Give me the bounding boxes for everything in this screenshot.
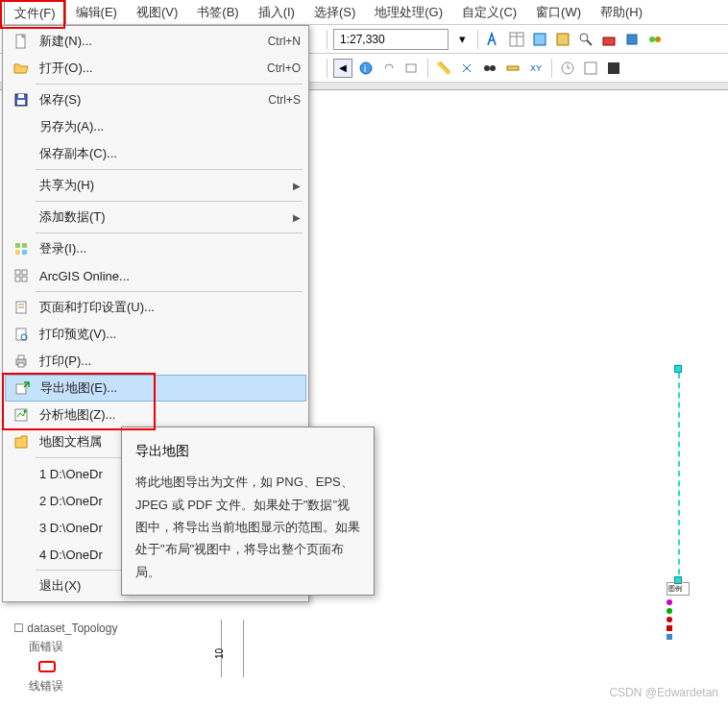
symbol-area-error [38, 661, 56, 672]
measure-icon[interactable]: 📏 [434, 59, 453, 78]
menu-shortcut: Ctrl+O [267, 61, 301, 75]
submenu-arrow-icon: ▶ [293, 212, 301, 223]
dropdown-icon[interactable]: ▾ [452, 30, 472, 49]
svg-rect-27 [22, 243, 27, 248]
submenu-arrow-icon: ▶ [293, 181, 301, 191]
menu-item-17[interactable]: 导出地图(E)... [5, 375, 306, 402]
handle-top[interactable] [674, 365, 682, 373]
menu-edit[interactable]: 编辑(E) [66, 0, 127, 24]
toc-layer[interactable]: ☐ dataset_Topology [10, 620, 117, 637]
menu-label: ArcGIS Online... [39, 269, 301, 283]
menu-item-12[interactable]: ArcGIS Online... [5, 262, 306, 289]
menu-item-14[interactable]: 页面和打印设置(U)... [5, 294, 306, 321]
svg-rect-3 [534, 34, 546, 45]
print-preview-icon [9, 324, 34, 345]
login-icon [9, 238, 34, 259]
menu-item-15[interactable]: 打印预览(V)... [5, 321, 306, 348]
python-icon[interactable] [622, 30, 642, 49]
binoculars-icon[interactable] [480, 59, 499, 78]
svg-rect-41 [18, 363, 24, 367]
window-icon[interactable] [581, 59, 600, 78]
catalog-icon[interactable] [553, 30, 572, 49]
toc-item-1[interactable]: 面错误 [10, 637, 117, 657]
menu-item-4[interactable]: 另存为(A)... [5, 113, 306, 140]
blank-icon [9, 490, 34, 511]
svg-rect-7 [603, 37, 615, 45]
find-icon[interactable] [457, 59, 476, 78]
pointer-icon[interactable]: ◄ [333, 59, 352, 78]
menu-separator [36, 201, 303, 202]
blank-icon [9, 175, 34, 196]
svg-point-15 [490, 65, 496, 71]
menu-label: 打印(P)... [39, 353, 301, 370]
print-icon [9, 351, 34, 372]
popup-icon[interactable] [402, 59, 422, 78]
blank-icon [9, 517, 34, 538]
menu-bookmark[interactable]: 书签(B) [187, 0, 248, 24]
menu-select[interactable]: 选择(S) [304, 0, 365, 24]
svg-point-14 [484, 65, 490, 71]
analyze-icon [9, 404, 34, 426]
menu-separator [36, 169, 303, 170]
menu-customize[interactable]: 自定义(C) [452, 0, 526, 24]
toc-item-2[interactable]: 线错误 [10, 676, 117, 696]
menu-separator [36, 291, 303, 292]
svg-point-5 [580, 34, 588, 41]
scale-input[interactable] [333, 29, 449, 50]
page-setup-icon [9, 297, 34, 318]
menu-window[interactable]: 窗口(W) [526, 0, 591, 24]
blank-icon [9, 575, 34, 597]
menu-help[interactable]: 帮助(H) [591, 0, 652, 24]
model-icon[interactable] [645, 30, 665, 49]
goto-xy-icon[interactable]: XY [526, 59, 546, 78]
menu-view[interactable]: 视图(V) [127, 0, 187, 24]
measure2-icon[interactable] [503, 59, 522, 78]
svg-rect-4 [557, 34, 569, 45]
menu-item-0[interactable]: 新建(N)...Ctrl+N [5, 28, 306, 55]
menu-item-1[interactable]: 打开(O)...Ctrl+O [5, 55, 306, 82]
menu-item-5[interactable]: 保存副本(C)... [5, 140, 306, 167]
time-icon[interactable] [558, 59, 577, 78]
menu-item-9[interactable]: 添加数据(T)▶ [5, 204, 306, 231]
menu-label: 导出地图(E)... [40, 379, 300, 397]
menu-label: 打开(O)... [39, 60, 267, 77]
menu-insert[interactable]: 插入(I) [249, 0, 304, 24]
menu-item-16[interactable]: 打印(P)... [5, 348, 306, 375]
blank-icon [9, 544, 34, 565]
menu-item-3[interactable]: 保存(S)Ctrl+S [5, 86, 306, 113]
svg-rect-16 [507, 66, 519, 70]
link-icon[interactable] [379, 59, 399, 78]
document-icon [9, 31, 34, 52]
menu-shortcut: Ctrl+S [268, 93, 301, 107]
viewer-icon[interactable] [604, 59, 623, 78]
menu-label: 登录(I)... [39, 240, 301, 257]
blank-icon [9, 143, 34, 164]
svg-rect-20 [585, 62, 596, 74]
table-icon[interactable] [507, 30, 526, 49]
search-icon[interactable] [576, 30, 595, 49]
svg-rect-13 [406, 64, 416, 72]
menu-item-7[interactable]: 共享为(H)▶ [5, 172, 306, 199]
svg-line-6 [587, 40, 592, 45]
toolbox-icon[interactable] [599, 30, 619, 49]
menu-item-11[interactable]: 登录(I)... [5, 235, 306, 262]
svg-point-10 [655, 37, 661, 42]
toc-panel: ☐ dataset_Topology 面错误 线错误 [10, 620, 117, 696]
svg-rect-40 [18, 355, 24, 359]
menubar: 文件(F) 编辑(E) 视图(V) 书签(B) 插入(I) 选择(S) 地理处理… [0, 0, 728, 25]
svg-rect-8 [627, 35, 637, 44]
menu-label: 添加数据(T) [39, 208, 289, 226]
identify-icon[interactable]: i [356, 59, 376, 78]
guide-line [678, 373, 680, 574]
menu-shortcut: Ctrl+N [268, 35, 301, 48]
svg-rect-25 [18, 94, 24, 98]
blank-icon [9, 207, 34, 228]
editor-icon[interactable] [484, 30, 503, 49]
menu-geoprocessing[interactable]: 地理处理(G) [365, 0, 452, 24]
menu-file[interactable]: 文件(F) [4, 0, 66, 24]
menu-label: 保存副本(C)... [39, 145, 301, 162]
svg-rect-30 [15, 270, 20, 275]
menu-item-18[interactable]: 分析地图(Z)... [5, 402, 306, 428]
layout-icon[interactable] [530, 30, 549, 49]
watermark: CSDN @Edwardetan [609, 686, 718, 699]
